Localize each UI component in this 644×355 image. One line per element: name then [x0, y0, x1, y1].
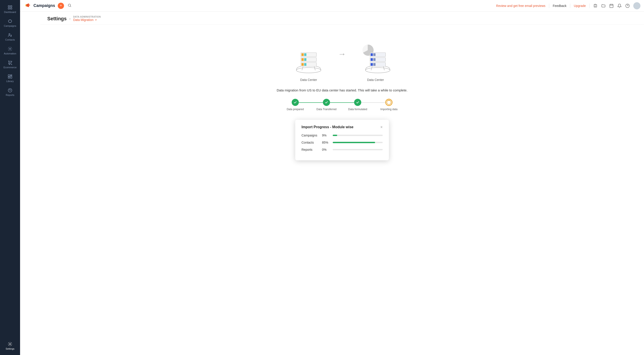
- sidebar-item-settings[interactable]: Settings: [6, 339, 14, 353]
- svg-line-50: [383, 66, 384, 70]
- feedback-link[interactable]: Feedback: [553, 4, 566, 8]
- upgrade-button[interactable]: Upgrade: [574, 4, 586, 8]
- svg-point-6: [9, 64, 10, 65]
- topbar-divider-2: [570, 4, 570, 8]
- svg-rect-47: [370, 53, 373, 56]
- svg-rect-42: [373, 63, 376, 66]
- eu-data-center: Data Center: [356, 36, 396, 82]
- svg-point-5: [9, 48, 11, 50]
- svg-rect-11: [10, 76, 12, 78]
- svg-point-4: [9, 34, 10, 35]
- topbar: Campaigns + Review and get free email pr…: [20, 0, 644, 12]
- progress-row-reports: Reports 0%: [302, 148, 383, 152]
- eu-data-center-illustration: [356, 36, 396, 76]
- sidebar-item-reports[interactable]: Reports: [0, 85, 20, 99]
- eu-dc-label: Data Center: [367, 78, 384, 82]
- svg-rect-44: [370, 58, 373, 61]
- step-label-data-prepared: Data prepared: [287, 108, 304, 111]
- svg-rect-0: [8, 6, 10, 7]
- chevron-down-icon: [94, 18, 98, 22]
- svg-point-27: [296, 68, 321, 73]
- step-icon-data-formulated: [354, 99, 361, 106]
- us-data-center-illustration: [288, 36, 329, 76]
- svg-line-49: [371, 66, 372, 70]
- modal-header: Import Progress - Module wise ×: [302, 125, 383, 129]
- step-label-importing: Importing data: [380, 108, 398, 111]
- sidebar-item-label-campaigns: Campaigns: [4, 24, 16, 27]
- svg-rect-30: [304, 63, 306, 66]
- folder-icon[interactable]: [601, 4, 606, 8]
- progress-bar-wrap-campaigns: [333, 135, 383, 136]
- svg-point-7: [11, 64, 12, 65]
- app-name: Campaigns: [34, 3, 55, 8]
- progress-bar-contacts: [333, 142, 375, 143]
- progress-bar-campaigns: [333, 135, 337, 136]
- us-dc-label: Data Center: [300, 78, 317, 82]
- step-data-formulated: Data formulated: [342, 99, 373, 111]
- sidebar-item-contacts[interactable]: Contacts: [0, 30, 20, 44]
- svg-rect-21: [610, 4, 613, 8]
- svg-rect-9: [8, 77, 10, 78]
- bell-icon[interactable]: [617, 4, 622, 8]
- topbar-icons: [593, 2, 640, 9]
- sidebar-item-campaigns[interactable]: Campaigns: [0, 16, 20, 30]
- sidebar: Dashboard Campaigns Contacts Automation …: [0, 0, 20, 355]
- progress-bar-wrap-contacts: [333, 142, 383, 143]
- import-progress-modal: Import Progress - Module wise × Campaign…: [295, 120, 389, 160]
- breadcrumb-sub[interactable]: Data Migration: [73, 18, 101, 22]
- search-icon[interactable]: [68, 3, 72, 8]
- loading-spinner: [386, 100, 391, 105]
- migration-arrow: →: [338, 49, 346, 59]
- svg-point-25: [626, 4, 630, 8]
- svg-rect-45: [373, 58, 376, 61]
- page-title: Settings: [47, 16, 67, 22]
- sidebar-item-dashboard[interactable]: Dashboard: [0, 2, 20, 16]
- sidebar-item-label-ecommerce: Ecommerce: [4, 66, 17, 69]
- module-name-reports: Reports: [302, 148, 319, 152]
- sidebar-item-library[interactable]: Library: [0, 71, 20, 85]
- sidebar-item-label-settings: Settings: [6, 348, 14, 350]
- progress-row-contacts: Contacts 85%: [302, 141, 383, 144]
- campaign-list-icon[interactable]: [593, 4, 598, 8]
- data-centers-row: Data Center →: [288, 36, 396, 82]
- module-percent-campaigns: 9%: [322, 134, 330, 137]
- svg-rect-2: [8, 8, 10, 9]
- add-button[interactable]: +: [58, 3, 64, 9]
- module-percent-contacts: 85%: [322, 141, 330, 144]
- svg-point-13: [9, 344, 11, 345]
- breadcrumb-sub-label: Data Migration: [73, 18, 94, 22]
- svg-rect-48: [373, 53, 376, 56]
- preview-link[interactable]: Review and get free email previews: [496, 4, 546, 8]
- step-data-prepared: Data prepared: [280, 99, 311, 111]
- breadcrumb-top: DATA ADMINISTRATION: [73, 16, 101, 18]
- svg-rect-33: [304, 58, 306, 61]
- step-data-transferred: Data Transferred: [311, 99, 342, 111]
- sidebar-item-automation[interactable]: Automation: [0, 44, 20, 58]
- module-percent-reports: 0%: [322, 148, 330, 152]
- user-avatar[interactable]: [633, 2, 640, 9]
- topbar-divider-1: [549, 4, 549, 8]
- progress-steps: Data prepared Data Transferred Data form…: [280, 99, 404, 111]
- sidebar-item-label-automation: Automation: [4, 52, 16, 55]
- svg-rect-41: [370, 63, 373, 66]
- svg-rect-29: [302, 63, 304, 66]
- help-icon[interactable]: [625, 4, 630, 8]
- topbar-divider-3: [589, 4, 590, 8]
- step-icon-importing: [385, 99, 392, 106]
- modal-close-button[interactable]: ×: [380, 125, 383, 129]
- svg-point-39: [366, 68, 390, 73]
- step-icon-data-prepared: [292, 99, 299, 106]
- step-importing-data: Importing data: [373, 99, 404, 111]
- svg-point-18: [68, 4, 71, 6]
- module-name-contacts: Contacts: [302, 141, 319, 144]
- svg-marker-16: [26, 4, 26, 6]
- svg-line-37: [302, 66, 303, 70]
- module-name-campaigns: Campaigns: [302, 134, 319, 137]
- app-logo: Campaigns: [24, 2, 55, 10]
- breadcrumb-section: DATA ADMINISTRATION Data Migration: [73, 16, 101, 22]
- step-line-1: [299, 102, 323, 103]
- sidebar-item-ecommerce[interactable]: Ecommerce: [0, 58, 20, 71]
- calendar-icon[interactable]: [609, 4, 614, 8]
- migration-message: Data migration from US to EU data center…: [277, 88, 408, 92]
- breadcrumb-arrow: ›: [69, 17, 70, 21]
